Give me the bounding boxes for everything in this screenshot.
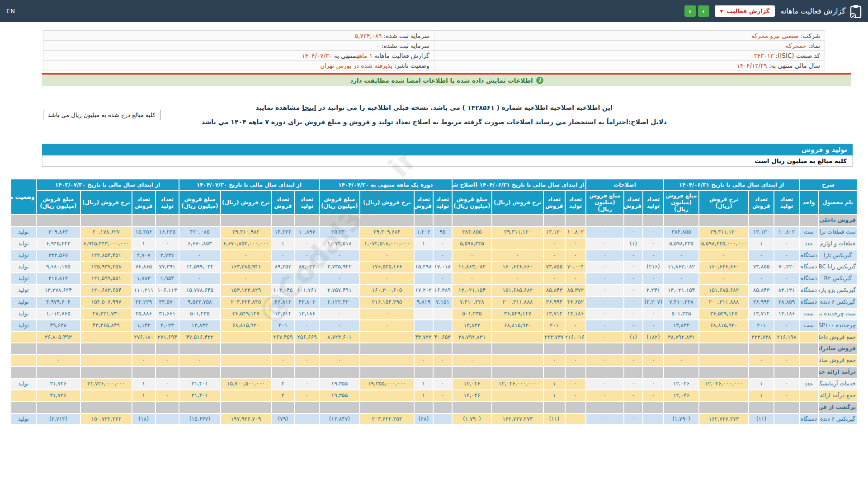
- cell-empty: [643, 215, 663, 226]
- next-report-button[interactable]: ›: [698, 5, 709, 17]
- cell-value: ۵۰۱,۲۳۵: [453, 309, 491, 319]
- symbol-value: خمحركه: [785, 42, 806, 49]
- col-header-description: شرح: [800, 179, 857, 190]
- company-cell: شرکت: صنعتي نيرو محركه: [434, 31, 825, 41]
- cell-empty: [295, 343, 319, 354]
- cell-value: ۱۲۰,۶۸۳,۶۵۴: [81, 285, 132, 296]
- cell-value: ۰: [434, 390, 452, 401]
- cell-empty: [221, 343, 271, 354]
- cell-status: تولید: [11, 309, 36, 319]
- report-type-dropdown-label: گزارش فعالیت: [727, 8, 770, 14]
- cell-value: [360, 332, 414, 343]
- table-row: شرکت: صنعتي نيرو محركه سرمایه ثبت شده: ۵…: [43, 31, 825, 41]
- col-sub-header: مبلغ فروش (میلیون ریال): [453, 191, 491, 214]
- cell-empty: [624, 367, 642, 378]
- cell-value: ۰: [624, 390, 642, 401]
- cell-value: ۱۳,۷۱۴: [544, 309, 565, 319]
- cell-value: ۰: [295, 390, 319, 401]
- cell-empty: [800, 343, 818, 354]
- cell-value: ۲۹,۳۰۹,۶۸۴: [360, 227, 414, 238]
- cell-empty: [81, 367, 132, 378]
- cell-unit: دستگاه: [800, 297, 818, 308]
- isic-label: کد صنعت (ISIC):: [776, 52, 820, 59]
- cell-status: تولید: [11, 273, 36, 284]
- cell-empty: [544, 215, 565, 226]
- cell-value: [360, 390, 414, 401]
- cell-value: [156, 414, 179, 425]
- cell-value: ۱۲,۰۴۶: [453, 390, 491, 401]
- cell-value: [699, 332, 748, 343]
- cell-empty: [749, 402, 774, 413]
- cell-value: ۰: [434, 273, 452, 284]
- cell-value: (۲۱۶): [643, 262, 663, 272]
- cell-value: [774, 414, 799, 425]
- cell-value: ۰: [320, 355, 359, 366]
- cell-value: ۲,۷۳۵,۹۴۲: [320, 262, 359, 272]
- cell-value: ۲: [272, 390, 294, 401]
- cell-empty: [415, 402, 433, 413]
- cell-value: ۱۵,۷۰۰,۵۰۰,۰۰۰: [221, 379, 271, 389]
- cell-empty: [295, 367, 319, 378]
- cell-value: ۱۹,۳۵۵: [320, 390, 359, 401]
- cell-value: ۱: [749, 390, 774, 401]
- cell-value: ۰: [643, 250, 663, 261]
- cell-value: ۴۳,۷۲۲: [415, 332, 433, 343]
- cell-value: ۹,۶۸۰,۱۷۵: [37, 262, 80, 272]
- page-title: گزارش فعالیت ماهانه: [780, 7, 845, 15]
- table-row: ست قطعات تراکتورست۱۰,۸۰۲۱۳,۱۳۰۲۹,۳۱۱,۱۲۰…: [11, 227, 857, 238]
- cell-product-name: گیربکس پژو پارس: [819, 285, 857, 296]
- cell-value: ۱۲,۰۴۶: [664, 379, 698, 389]
- prev-report-button[interactable]: ‹: [684, 5, 696, 17]
- notes-section: کلیه مبالغ درج شده به میلیون ریال می باش…: [0, 104, 868, 126]
- cell-empty: [360, 343, 414, 354]
- col-sub-header: تعداد فروش: [544, 191, 565, 214]
- cell-empty: [800, 215, 818, 226]
- cell-value: ۲۷۶,۱۸۰: [132, 332, 155, 343]
- cell-status: تولید: [11, 414, 36, 425]
- cell-value: ۷۷,۳۹۱: [156, 262, 179, 272]
- cell-value: ۰: [624, 355, 642, 366]
- cell-value: [221, 390, 271, 401]
- cell-value: ۰: [272, 355, 294, 366]
- unregistered-capital-label: سرمایه ثبت نشده:: [382, 42, 429, 49]
- production-sales-table: شرحاز ابتدای سال مالی تا تاریخ ۱۴۰۴/۰۶/۳…: [10, 178, 858, 425]
- cell-value: ۱,۰۷۲,۵۱۸,۰۰۰,۰۰۰: [360, 239, 414, 249]
- table-row: گیربکس R۲دستگاه۰۰۰۰۰۰۰۰۰۰۰۰۰۰۰۰۰۰۱,۹۵۴۱,…: [11, 273, 857, 284]
- cell-value: ۰: [295, 273, 319, 284]
- language-toggle-en[interactable]: EN: [6, 8, 15, 14]
- cell-value: ۰: [295, 250, 319, 261]
- cell-empty: [360, 402, 414, 413]
- cell-value: ۰: [320, 320, 359, 331]
- pager-buttons: ‹ ›: [684, 5, 709, 17]
- cell-value: [492, 239, 543, 249]
- cell-value: ۴۹,۶۳۸: [37, 320, 80, 331]
- cell-value: ۱۶۰,۶۲۶,۶۶۰: [492, 262, 543, 272]
- cell-value: ۰: [774, 320, 799, 331]
- cell-value: ۸۵,۸۴۳: [544, 285, 565, 296]
- col-sub-header: تعداد تولید: [774, 191, 799, 214]
- cell-value: [492, 355, 543, 366]
- cell-value: (۱۸): [132, 414, 155, 425]
- company-value: صنعتي نيرو محركه: [751, 32, 799, 39]
- cell-value: ۵۰۱,۲۳۵: [664, 309, 698, 319]
- cell-value: [699, 355, 748, 366]
- cell-value: ۱۰,۸۰۲: [774, 227, 799, 238]
- isic-value: ۳۴۳۰۱۳: [754, 52, 774, 59]
- report-type-dropdown[interactable]: گزارش فعالیت ▼: [715, 5, 775, 17]
- cell-value: ۷,۱۵۱: [434, 297, 452, 308]
- clipboard-icon: [850, 5, 862, 18]
- previous-version-link[interactable]: اینجا: [302, 104, 316, 111]
- cell-value: ۱۵۴,۵۰۶,۹۹۷: [81, 297, 132, 308]
- cell-value: ۷,۴۱۰,۳۳۸: [453, 297, 491, 308]
- cell-value: ۱۲,۰۴۶,۰۰۰,۰۰۰: [699, 379, 748, 389]
- cell-value: ۲۹,۳۱۰,۹۸۲: [221, 227, 271, 238]
- cell-value: ۱۲,۰۴۶: [453, 379, 491, 389]
- fiscal-year-value: ۱۴۰۴/۱۲/۲۹: [736, 62, 767, 69]
- cell-empty: [81, 343, 132, 354]
- cell-empty: [360, 215, 414, 226]
- cell-value: ۲۱۶,۰۱۶: [566, 332, 585, 343]
- cell-value: ۱۳,۱۳۰: [749, 227, 774, 238]
- cell-value: ۰: [295, 239, 319, 249]
- cell-value: ۰: [664, 355, 698, 366]
- table-row: گیربکس ۶ دندهدستگاه(۱۱)۱۶۲,۷۲۷,۲۷۳(۱,۷۹۰…: [11, 414, 857, 425]
